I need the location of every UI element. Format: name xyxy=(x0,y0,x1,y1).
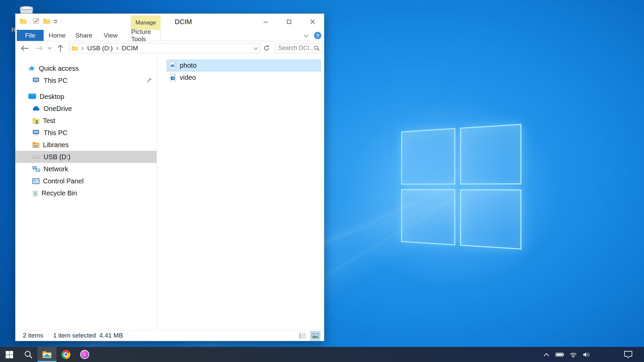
taskbar: ♪ xyxy=(0,347,644,362)
bar-icon xyxy=(54,20,57,21)
title-bar[interactable]: Manage DCIM xyxy=(15,14,324,30)
sidebar-item-label: This PC xyxy=(44,77,67,84)
file-name: video xyxy=(180,74,196,81)
details-view-button[interactable] xyxy=(298,331,307,340)
breadcrumb-chevron-icon xyxy=(82,45,84,52)
sidebar-item-label: Test xyxy=(43,117,55,125)
sidebar-item-label: Quick access xyxy=(39,65,79,72)
svg-text:♻: ♻ xyxy=(34,192,36,195)
sidebar-item-this-pc-pinned[interactable]: This PC xyxy=(15,74,157,86)
tab-home[interactable]: Home xyxy=(44,30,70,41)
sidebar-item-label: OneDrive xyxy=(44,105,72,113)
battery-icon[interactable] xyxy=(554,347,566,362)
search-icon[interactable] xyxy=(314,45,320,51)
back-button[interactable] xyxy=(20,46,30,51)
search-input[interactable]: Search DCI... xyxy=(275,43,323,53)
help-icon[interactable]: ? xyxy=(314,32,321,39)
status-separator xyxy=(48,333,48,339)
sidebar-item-label: Network xyxy=(44,165,68,173)
sidebar-item-recycle-bin[interactable]: ♻ Recycle Bin xyxy=(15,187,157,199)
sidebar-item-desktop[interactable]: Desktop xyxy=(15,90,157,103)
logo-pane xyxy=(401,189,455,246)
desktop-icon xyxy=(28,93,36,100)
up-button[interactable] xyxy=(56,45,65,52)
properties-button[interactable] xyxy=(33,18,40,26)
status-bar: 2 items 1 item selected 4.41 MB xyxy=(15,330,324,341)
video-file-icon xyxy=(170,74,176,81)
address-dropdown-chevron[interactable] xyxy=(253,45,258,52)
control-panel-icon xyxy=(32,178,40,184)
sidebar-item-label: Desktop xyxy=(40,93,64,101)
sidebar-item-test[interactable]: Test xyxy=(15,115,157,127)
sidebar-item-label: Libraries xyxy=(43,141,69,149)
user-folder-icon xyxy=(32,118,40,124)
recent-locations-chevron[interactable] xyxy=(46,47,53,50)
forward-button[interactable] xyxy=(34,46,44,51)
start-button[interactable] xyxy=(0,347,19,362)
close-button[interactable] xyxy=(303,14,322,30)
customize-toolbar-dropdown[interactable] xyxy=(53,20,58,23)
sidebar-item-control-panel[interactable]: Control Panel xyxy=(15,175,157,187)
sidebar-item-libraries[interactable]: Libraries xyxy=(15,139,157,151)
address-bar[interactable]: USB (D:) DCIM xyxy=(69,43,260,53)
sidebar-item-label: Control Panel xyxy=(43,177,84,185)
status-separator xyxy=(128,333,128,339)
search-placeholder: Search DCI... xyxy=(278,45,314,52)
hidden-icons-chevron[interactable] xyxy=(541,347,552,362)
sidebar-item-label: Recycle Bin xyxy=(42,189,77,197)
breadcrumb-chevron-icon xyxy=(116,45,118,52)
taskbar-file-explorer-button[interactable] xyxy=(38,347,56,362)
item-count: 2 items xyxy=(23,332,43,339)
volume-icon[interactable] xyxy=(581,347,592,362)
breadcrumb-dcim[interactable]: DCIM xyxy=(122,45,138,52)
ribbon-tabs: File Home Share View Picture Tools ? xyxy=(15,30,324,41)
file-item-photo[interactable]: photo xyxy=(167,60,321,71)
toolbar-separator xyxy=(61,18,61,25)
thumbnail-view-button[interactable] xyxy=(311,331,320,340)
sidebar-item-usb-selected[interactable]: USB (D:) xyxy=(15,151,157,163)
tab-share[interactable]: Share xyxy=(70,30,97,41)
chevron-down-icon xyxy=(54,21,57,23)
contextual-group-manage[interactable]: Manage xyxy=(131,15,161,30)
sidebar-item-onedrive[interactable]: OneDrive xyxy=(15,103,157,115)
folder-icon xyxy=(71,46,78,51)
windows-logo-wallpaper xyxy=(401,124,522,249)
quick-access-toolbar xyxy=(19,14,61,30)
sidebar-item-this-pc[interactable]: This PC xyxy=(15,127,157,139)
minimize-button[interactable] xyxy=(256,14,275,30)
taskbar-chrome-button[interactable] xyxy=(56,347,75,362)
file-explorer-icon xyxy=(42,351,52,358)
itunes-icon: ♪ xyxy=(80,350,89,359)
action-center-icon[interactable] xyxy=(623,347,634,362)
refresh-button[interactable] xyxy=(260,43,272,53)
network-icon xyxy=(32,166,40,172)
this-pc-icon xyxy=(32,77,40,84)
onedrive-cloud-icon xyxy=(32,106,40,111)
logo-pane xyxy=(401,128,455,185)
tab-picture-tools[interactable]: Picture Tools xyxy=(131,30,161,41)
logo-pane xyxy=(460,124,522,184)
sidebar-item-label: This PC xyxy=(44,129,67,137)
tab-file[interactable]: File xyxy=(17,30,44,41)
sidebar-item-network[interactable]: Network xyxy=(15,163,157,175)
file-item-video[interactable]: video xyxy=(167,72,321,83)
wifi-icon[interactable] xyxy=(568,347,579,362)
sidebar-item-quick-access[interactable]: Quick access xyxy=(15,62,157,74)
expand-ribbon-chevron-icon[interactable] xyxy=(304,32,309,39)
navigation-pane: Quick access This PC xyxy=(15,55,157,330)
file-explorer-window: Manage DCIM File Home Share View Picture… xyxy=(15,13,324,341)
quick-access-icon xyxy=(28,65,36,72)
breadcrumb-usb[interactable]: USB (D:) xyxy=(87,45,113,52)
maximize-button[interactable] xyxy=(280,14,299,30)
file-name: photo xyxy=(180,62,197,69)
file-list[interactable]: photo video xyxy=(157,55,325,330)
logo-pane xyxy=(460,189,522,250)
window-title: DCIM xyxy=(175,14,192,30)
pin-icon xyxy=(147,77,152,84)
taskbar-itunes-button[interactable]: ♪ xyxy=(75,347,94,362)
new-folder-button[interactable] xyxy=(43,18,50,25)
explorer-app-icon xyxy=(19,18,27,25)
image-file-icon xyxy=(170,62,176,69)
taskbar-search-button[interactable] xyxy=(19,347,38,362)
tab-view[interactable]: View xyxy=(97,30,124,41)
